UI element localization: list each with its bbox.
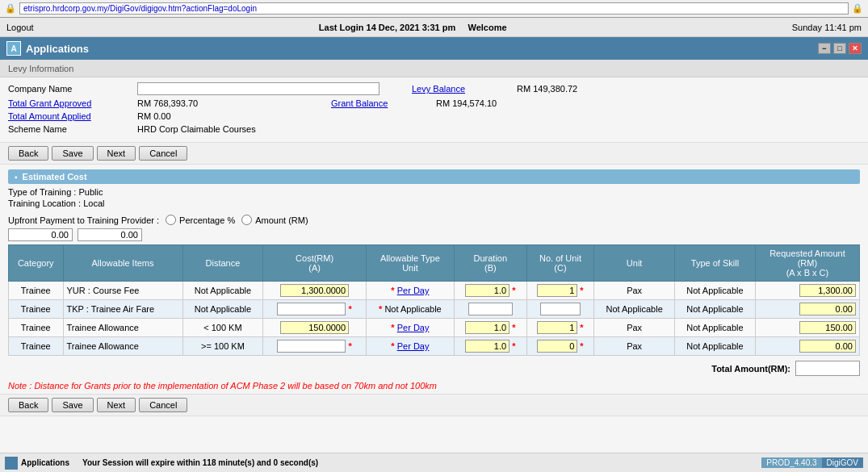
table-row: Not Applicable bbox=[675, 300, 756, 319]
total-amount-row: Total Amount Applied RM 0.00 bbox=[8, 111, 860, 121]
save-button-bottom[interactable]: Save bbox=[52, 398, 93, 412]
collapse-icon[interactable]: ▪ bbox=[15, 173, 18, 182]
col-cost: Cost(RM)(A) bbox=[263, 245, 367, 282]
duration-input[interactable] bbox=[465, 284, 509, 297]
lock-icon: 🔒 bbox=[852, 3, 863, 14]
save-button[interactable]: Save bbox=[52, 146, 93, 161]
no-of-unit-input[interactable] bbox=[537, 284, 577, 297]
duration-input[interactable] bbox=[465, 321, 509, 334]
welcome-text: Welcome bbox=[468, 23, 506, 32]
levy-balance-link[interactable]: Levy Balance bbox=[412, 84, 517, 94]
allowable-type-value[interactable]: Per Day bbox=[397, 286, 430, 295]
percentage-radio[interactable] bbox=[166, 215, 176, 225]
required-asterisk: * bbox=[391, 286, 394, 295]
amount-input-2[interactable] bbox=[78, 228, 142, 241]
table-row[interactable]: * bbox=[454, 319, 526, 337]
table-row: Trainee Allowance bbox=[63, 319, 182, 337]
table-row: Pax bbox=[594, 337, 675, 356]
allowable-type-value[interactable]: Per Day bbox=[397, 341, 430, 351]
close-button[interactable]: ✕ bbox=[849, 43, 862, 54]
type-of-training: Type of Training : Public bbox=[8, 187, 860, 197]
datetime: Sunday 11:41 pm bbox=[792, 23, 862, 32]
next-button[interactable]: Next bbox=[97, 146, 136, 161]
table-row: Trainee Allowance bbox=[63, 337, 182, 356]
logout-link[interactable]: Logout bbox=[6, 23, 34, 32]
table-row: Pax bbox=[594, 319, 675, 337]
cancel-button-bottom[interactable]: Cancel bbox=[139, 398, 187, 412]
last-login-label: Last Login bbox=[319, 23, 364, 32]
back-button-bottom[interactable]: Back bbox=[8, 398, 48, 412]
table-row[interactable] bbox=[755, 282, 859, 300]
table-row: TKP : Trainee Air Fare bbox=[63, 300, 182, 319]
no-of-unit-input[interactable] bbox=[537, 340, 577, 353]
required-asterisk: * bbox=[580, 286, 583, 295]
levy-info-header: Levy Information bbox=[0, 60, 868, 77]
last-login-info: Last Login 14 Dec, 2021 3:31 pm Welcome bbox=[34, 23, 792, 32]
allowable-type-value[interactable]: Per Day bbox=[397, 323, 430, 332]
total-amount-value: RM 0.00 bbox=[137, 111, 171, 121]
cancel-button[interactable]: Cancel bbox=[139, 146, 187, 161]
table-row: Trainee bbox=[9, 319, 64, 337]
cost-input[interactable] bbox=[277, 340, 346, 353]
no-of-unit-input[interactable] bbox=[540, 303, 581, 315]
amount-input-1[interactable] bbox=[8, 228, 73, 241]
table-row[interactable]: * bbox=[263, 300, 367, 319]
table-row[interactable]: * bbox=[454, 282, 526, 300]
table-row[interactable] bbox=[263, 319, 367, 337]
total-row: Total Amount(RM): bbox=[0, 359, 868, 378]
duration-input[interactable] bbox=[465, 340, 509, 353]
scheme-name-row: Scheme Name HRD Corp Claimable Courses bbox=[8, 124, 860, 134]
required-asterisk: * bbox=[379, 304, 382, 314]
duration-input[interactable] bbox=[468, 303, 513, 315]
table-row: Not Applicable bbox=[182, 300, 263, 319]
table-row: * Per Day bbox=[366, 319, 454, 337]
note-text: Note : Distance for Grants prior to the … bbox=[0, 378, 868, 394]
table-row[interactable] bbox=[263, 282, 367, 300]
prod-badge: PROD_4.40.3 bbox=[761, 457, 821, 468]
back-button[interactable]: Back bbox=[8, 146, 48, 161]
levy-balance-value: RM 149,380.72 bbox=[517, 84, 577, 94]
requested-amount-input[interactable] bbox=[799, 303, 856, 315]
table-row[interactable]: * bbox=[454, 337, 526, 356]
table-row[interactable]: * bbox=[526, 282, 593, 300]
table-row[interactable]: * bbox=[263, 337, 367, 356]
maximize-button[interactable]: □ bbox=[833, 43, 846, 54]
table-row: >= 100 KM bbox=[182, 337, 263, 356]
table-row[interactable] bbox=[454, 300, 526, 319]
grant-balance-link[interactable]: Grant Balance bbox=[331, 98, 436, 108]
cost-input[interactable] bbox=[280, 284, 349, 297]
cost-input[interactable] bbox=[277, 303, 346, 315]
table-row[interactable] bbox=[755, 319, 859, 337]
required-asterisk: * bbox=[349, 304, 352, 314]
company-name-input[interactable] bbox=[137, 82, 379, 95]
table-row[interactable] bbox=[526, 300, 593, 319]
col-unit: Unit bbox=[594, 245, 675, 282]
upfront-payment-row: Upfront Payment to Training Provider : P… bbox=[0, 213, 868, 227]
table-row[interactable] bbox=[755, 300, 859, 319]
table-row[interactable]: * bbox=[526, 337, 593, 356]
requested-amount-input[interactable] bbox=[799, 340, 856, 353]
table-row: Not Applicable bbox=[675, 282, 756, 300]
amount-radio[interactable] bbox=[241, 215, 252, 225]
window-controls: − □ ✕ bbox=[818, 43, 862, 54]
url-bar[interactable]: etrispro.hrdcorp.gov.my/DigiGov/digigov.… bbox=[19, 2, 849, 15]
amount-radio-group[interactable]: Amount (RM) bbox=[241, 215, 308, 225]
top-button-row: Back Save Next Cancel bbox=[0, 142, 868, 165]
allowable-type-value: Not Applicable bbox=[384, 304, 441, 314]
table-row[interactable]: * bbox=[526, 319, 593, 337]
amount-label: Amount (RM) bbox=[255, 215, 308, 225]
cost-input[interactable] bbox=[280, 321, 349, 334]
total-grant-value: RM 768,393.70 bbox=[137, 98, 299, 108]
estimated-cost-header: ▪ Estimated Cost bbox=[8, 169, 860, 184]
percentage-radio-group[interactable]: Percentage % bbox=[166, 215, 235, 225]
next-button-bottom[interactable]: Next bbox=[97, 398, 136, 412]
minimize-button[interactable]: − bbox=[818, 43, 831, 54]
requested-amount-input[interactable] bbox=[799, 284, 856, 297]
browser-icon: 🔒 bbox=[5, 3, 16, 14]
total-amount-link[interactable]: Total Amount Applied bbox=[8, 111, 137, 121]
table-row[interactable] bbox=[755, 337, 859, 356]
no-of-unit-input[interactable] bbox=[537, 321, 577, 334]
col-no-of-unit: No. of Unit(C) bbox=[526, 245, 593, 282]
requested-amount-input[interactable] bbox=[799, 321, 856, 334]
total-grant-link[interactable]: Total Grant Approved bbox=[8, 98, 137, 108]
